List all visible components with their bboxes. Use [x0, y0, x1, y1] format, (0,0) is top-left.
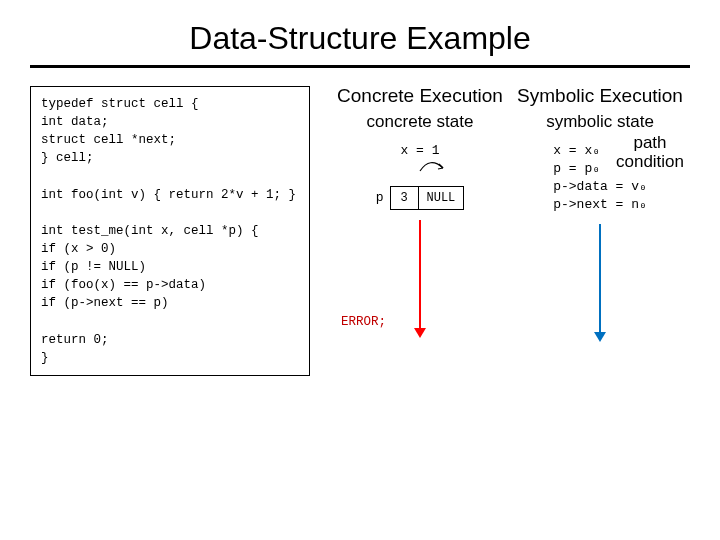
- concrete-state-header: concrete state: [330, 113, 510, 132]
- code-line-error: ERROR;: [41, 313, 299, 331]
- code-line: int foo(int v) { return 2*v + 1; }: [41, 186, 299, 204]
- concrete-state-body: x = 1 p 3 NULL: [330, 142, 510, 210]
- sym-line: x = x₀: [553, 142, 647, 160]
- symbolic-state-body: x = x₀ p = p₀ p->data = v₀ p->next = n₀: [510, 142, 690, 215]
- code-line: }: [41, 349, 299, 367]
- code-line: struct cell *next;: [41, 131, 299, 149]
- symbolic-column: Symbolic Execution symbolic state x = x₀…: [510, 86, 690, 334]
- code-line: if (p->next == p): [41, 294, 299, 312]
- code-line: return 0;: [41, 331, 299, 349]
- sym-line: p->data = v₀: [553, 178, 647, 196]
- cell-diagram: p 3 NULL: [376, 186, 465, 210]
- symbolic-state-header: symbolic state: [510, 113, 690, 132]
- code-line: typedef struct cell {: [41, 95, 299, 113]
- cell-node: 3 NULL: [390, 186, 465, 210]
- code-line: if (x > 0): [41, 240, 299, 258]
- code-line: if (p != NULL): [41, 258, 299, 276]
- symbolic-exec-header: Symbolic Execution: [510, 86, 690, 107]
- sym-line: p->next = n₀: [553, 196, 647, 214]
- sym-line: p = p₀: [553, 160, 647, 178]
- code-listing: typedef struct cell { int data; struct c…: [30, 86, 310, 376]
- self-loop-arrow: [405, 164, 435, 176]
- concrete-exec-header: Concrete Execution: [330, 86, 510, 107]
- concrete-column: Concrete Execution concrete state x = 1 …: [330, 86, 510, 334]
- symbolic-arrow-down: [599, 224, 601, 334]
- slide-title: Data-Structure Example: [30, 20, 690, 57]
- execution-panel: path condition Concrete Execution concre…: [330, 86, 690, 376]
- cell-data-box: 3: [391, 187, 419, 209]
- cell-next-box: NULL: [419, 187, 464, 209]
- code-line: if (foo(x) == p->data): [41, 276, 299, 294]
- content-area: typedef struct cell { int data; struct c…: [30, 86, 690, 376]
- code-line: int data;: [41, 113, 299, 131]
- title-underline: [30, 65, 690, 68]
- concrete-arrow-down: [419, 220, 421, 330]
- code-line: } cell;: [41, 149, 299, 167]
- code-line: int test_me(int x, cell *p) {: [41, 222, 299, 240]
- p-label: p: [376, 190, 384, 205]
